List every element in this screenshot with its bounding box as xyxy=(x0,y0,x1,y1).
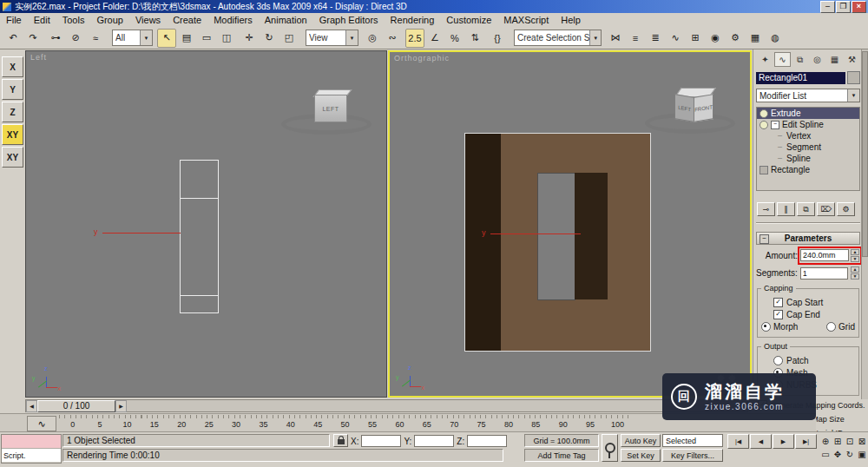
modifier-bulb-icon[interactable] xyxy=(760,109,768,118)
view-cube-front-face[interactable]: FRONT xyxy=(694,94,713,122)
mirror-icon[interactable]: ⋈ xyxy=(606,29,625,48)
axis-z-button[interactable]: Z xyxy=(2,102,23,122)
menu-views[interactable]: Views xyxy=(129,14,167,26)
selection-lock-toggle[interactable] xyxy=(333,434,348,447)
tab-modify[interactable]: ∿ xyxy=(774,52,791,67)
view-cube[interactable]: LEFT xyxy=(286,93,373,140)
axis-xy-button[interactable]: XY xyxy=(2,124,23,145)
segments-field[interactable]: 1 xyxy=(800,267,848,280)
macro-recorder-row[interactable] xyxy=(2,435,61,449)
select-and-link-icon[interactable]: ⊶ xyxy=(46,29,65,48)
remove-modifier-button[interactable]: ⌦ xyxy=(817,202,835,216)
stack-item-spline[interactable]: Spline xyxy=(757,153,859,164)
rendered-frame-icon[interactable]: ▦ xyxy=(746,29,765,48)
selection-filter-dropdown[interactable]: All ▼ xyxy=(112,30,153,46)
panel-scrollbar[interactable] xyxy=(861,49,868,399)
auto-key-button[interactable]: Auto Key xyxy=(621,434,661,447)
extruded-frame-object[interactable] xyxy=(464,133,651,352)
rectangle-spline-shape[interactable] xyxy=(180,160,219,313)
menu-rendering[interactable]: Rendering xyxy=(385,14,441,26)
arc-rotate-icon[interactable]: ↻ xyxy=(844,448,856,461)
pin-stack-button[interactable]: ⊸ xyxy=(757,202,775,216)
redo-icon[interactable]: ↷ xyxy=(23,29,43,48)
select-and-manipulate-icon[interactable]: ∾ xyxy=(383,29,402,48)
named-selection-set-dropdown[interactable]: Create Selection Set ▼ xyxy=(514,30,602,46)
stack-item-extrude[interactable]: Extrude xyxy=(757,108,859,119)
coord-z-field[interactable] xyxy=(467,435,507,447)
go-to-start-icon[interactable]: |◀ xyxy=(727,434,749,449)
undo-icon[interactable]: ↶ xyxy=(3,29,23,48)
amount-spinner[interactable]: ▲▼ xyxy=(851,249,859,262)
maximize-viewport-icon[interactable]: ▣ xyxy=(856,448,868,461)
set-key-button[interactable]: Set Key xyxy=(621,449,661,462)
stack-item-segment[interactable]: Segment xyxy=(757,141,859,153)
rectangular-selection-region-icon[interactable]: ▭ xyxy=(197,29,216,48)
bind-to-space-warp-icon[interactable]: ≈ xyxy=(86,29,105,48)
viewport-left[interactable]: Left y LEFT z x y xyxy=(25,50,387,398)
menu-maxscript[interactable]: MAXScript xyxy=(497,14,555,26)
reference-coordinate-dropdown[interactable]: View ▼ xyxy=(306,30,358,46)
play-icon[interactable]: ▶ xyxy=(773,434,794,449)
add-time-tag[interactable]: Add Time Tag xyxy=(524,449,599,462)
segments-spinner[interactable]: ▲▼ xyxy=(851,266,859,280)
stack-item-edit-spline[interactable]: − Edit Spline xyxy=(757,119,859,130)
align-icon[interactable]: ≡ xyxy=(626,29,645,48)
previous-frame-icon[interactable]: ◀ xyxy=(750,434,772,449)
menu-graph-editors[interactable]: Graph Editors xyxy=(313,14,385,26)
menu-group[interactable]: Group xyxy=(90,14,129,26)
menu-file[interactable]: File xyxy=(0,14,28,26)
tab-motion[interactable]: ◎ xyxy=(809,52,825,67)
layer-manager-icon[interactable]: ≣ xyxy=(646,29,665,48)
maxscript-mini-listener[interactable]: Script. xyxy=(1,434,62,464)
window-crossing-icon[interactable]: ◫ xyxy=(217,29,236,48)
menu-animation[interactable]: Animation xyxy=(259,14,313,26)
object-name-field[interactable]: Rectangle01 xyxy=(756,72,845,84)
cap-end-checkbox[interactable] xyxy=(773,310,783,319)
morph-radio-option[interactable]: Morph xyxy=(761,322,798,332)
snaps-toggle-icon[interactable]: 2.5 xyxy=(405,29,424,48)
tab-hierarchy[interactable]: ⧉ xyxy=(792,52,808,67)
mini-curve-editor-button[interactable]: ∿ xyxy=(27,416,56,431)
edit-named-selection-sets-icon[interactable]: {} xyxy=(488,29,507,48)
curve-editor-icon[interactable]: ∿ xyxy=(666,29,685,48)
viewport-label-orthographic[interactable]: Orthographic xyxy=(394,54,450,62)
configure-modifier-sets-button[interactable]: ⚙ xyxy=(837,202,855,216)
tab-utilities[interactable]: ⚒ xyxy=(844,52,860,67)
menu-help[interactable]: Help xyxy=(555,14,587,26)
grid-radio-option[interactable]: Grid xyxy=(826,322,855,332)
key-mode-toggle[interactable] xyxy=(602,434,618,462)
select-and-rotate-icon[interactable]: ↻ xyxy=(260,29,279,48)
make-unique-button[interactable]: ⧉ xyxy=(797,202,815,216)
menu-tools[interactable]: Tools xyxy=(56,14,91,26)
axis-y-button[interactable]: Y xyxy=(2,79,23,100)
view-cube[interactable]: LEFT FRONT xyxy=(650,92,737,139)
parameters-rollout-header[interactable]: − Parameters xyxy=(756,232,860,245)
cap-start-option[interactable]: Cap Start xyxy=(773,298,857,307)
select-by-name-icon[interactable]: ▤ xyxy=(177,29,196,48)
modifier-list-dropdown[interactable]: Modifier List ▼ xyxy=(756,89,860,102)
axis-x-button[interactable]: X xyxy=(2,56,23,77)
zoom-extents-icon[interactable]: ⊡ xyxy=(844,435,856,448)
schematic-view-icon[interactable]: ⊞ xyxy=(686,29,705,48)
patch-radio-option[interactable]: Patch xyxy=(773,356,857,365)
menu-modifiers[interactable]: Modifiers xyxy=(207,14,259,26)
object-color-swatch[interactable] xyxy=(847,71,860,84)
tab-display[interactable]: ▦ xyxy=(826,52,843,67)
cap-start-checkbox[interactable] xyxy=(773,298,783,307)
stack-item-vertex[interactable]: Vertex xyxy=(757,130,859,141)
view-cube-left-face[interactable]: LEFT xyxy=(674,94,694,122)
spinner-snap-icon[interactable]: ⇅ xyxy=(465,29,484,48)
modifier-bulb-icon[interactable] xyxy=(760,121,768,129)
previous-frame-arrow-icon[interactable]: ◀ xyxy=(26,400,37,412)
unlink-selection-icon[interactable]: ⊘ xyxy=(66,29,85,48)
collapse-rollout-icon[interactable]: − xyxy=(760,234,769,244)
grid-radio[interactable] xyxy=(826,322,836,332)
menu-create[interactable]: Create xyxy=(167,14,207,26)
key-selection-dropdown[interactable]: Selected xyxy=(662,434,723,447)
zoom-all-icon[interactable]: ⊞ xyxy=(832,435,844,448)
coord-x-field[interactable] xyxy=(361,435,401,447)
pan-icon[interactable]: ✥ xyxy=(832,448,844,461)
time-slider-handle[interactable]: 0 / 100 xyxy=(37,400,115,412)
morph-radio[interactable] xyxy=(761,322,771,332)
use-pivot-point-icon[interactable]: ◎ xyxy=(363,29,382,48)
